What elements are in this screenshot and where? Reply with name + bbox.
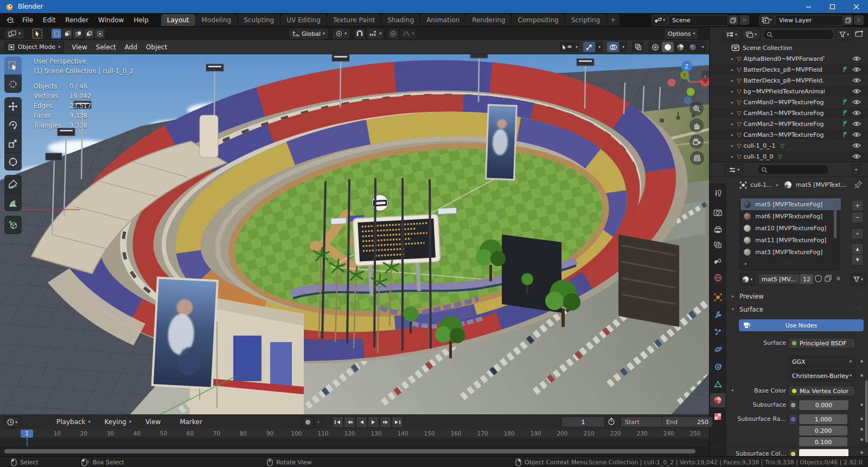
workspace-tab[interactable]: Compositing (512, 14, 564, 26)
material-users-count[interactable]: 12 (800, 274, 814, 285)
gizmo-z-neg[interactable] (684, 97, 692, 105)
options-dropdown[interactable]: Options ▾ (664, 28, 699, 40)
play-button[interactable] (368, 416, 379, 428)
scene-name-field[interactable]: Scene (668, 15, 728, 26)
animate-dot[interactable] (860, 418, 863, 420)
breadcrumb-object[interactable]: cull-1... (750, 181, 773, 188)
shading-solid-button[interactable] (662, 42, 674, 52)
view-layer-remove-button[interactable]: × (854, 15, 864, 25)
jump-to-start-button[interactable] (332, 416, 343, 428)
outliner-row[interactable]: ▸ ▽ bg~MVPFieldTextureAnimation ▽ (710, 86, 868, 97)
add-cube-tool[interactable] (4, 216, 22, 234)
blender-menu-logo-icon[interactable]: ▾ (5, 16, 14, 24)
timeline-menu-item[interactable]: Keying▾ (105, 418, 131, 426)
menu-item[interactable]: Render (60, 14, 93, 26)
viewport-menu-item[interactable]: Object (142, 42, 171, 53)
outliner-row[interactable]: ▸ ▽ CamMan2~MVPTextureFog ▽ (710, 118, 868, 129)
animate-dot[interactable] (860, 451, 863, 454)
prev-keyframe-button[interactable] (344, 416, 355, 428)
expand-icon[interactable]: ▸ (729, 100, 736, 105)
properties-search-input[interactable] (757, 165, 829, 175)
hide-eye-icon[interactable] (852, 132, 861, 137)
viewport-menu-item[interactable]: Select (92, 42, 120, 53)
close-button[interactable] (844, 0, 868, 13)
material-name-field[interactable]: mat5 [MV... (758, 274, 801, 285)
tab-physics[interactable] (710, 342, 725, 356)
select-mode-new-button[interactable] (52, 29, 61, 39)
outliner-row[interactable]: ▸ ▽ CamMan3~MVPTextureFog ▽ (710, 129, 868, 140)
shading-material-button[interactable] (674, 42, 686, 52)
subsurface-radius-socket[interactable] (788, 414, 798, 425)
tab-output[interactable] (710, 223, 725, 237)
expand-icon[interactable]: ▸ (729, 154, 736, 159)
expand-icon[interactable]: ▸ (729, 78, 736, 83)
pivot-point-dropdown[interactable]: ▾ (332, 28, 350, 40)
outliner-row[interactable]: ▸ ▽ CamMan0~MVPTextureFog ▽ (710, 97, 868, 108)
tab-modifiers[interactable] (710, 307, 725, 321)
surface-panel-header[interactable]: ▾ Surface :::: (725, 303, 868, 316)
view-layer-copy-button[interactable] (843, 15, 853, 25)
timeline-ruler[interactable]: 1020304050607080901001101201301401501601… (0, 429, 709, 446)
tab-tool[interactable] (710, 186, 725, 200)
gizmos-dropdown[interactable]: ▾ (596, 42, 603, 52)
panel-grip[interactable]: :::: (854, 306, 863, 311)
current-frame-marker[interactable]: 1 (21, 430, 33, 438)
shading-dropdown[interactable]: ▾ (699, 42, 706, 52)
scene-unlink-button[interactable]: × (739, 15, 749, 25)
tab-scene[interactable] (710, 254, 725, 268)
new-collection-button[interactable] (855, 29, 864, 37)
list-scrollbar[interactable] (834, 200, 837, 238)
view-layer-name-field[interactable]: View Layer (775, 15, 843, 26)
stopwatch-icon[interactable] (608, 418, 615, 425)
panel-grip[interactable]: :::: (854, 293, 863, 298)
hide-eye-icon[interactable] (852, 154, 861, 159)
gizmo-y-axis[interactable]: Y (680, 71, 689, 79)
hide-eye-icon[interactable] (852, 110, 861, 116)
scene-copy-button[interactable] (729, 15, 738, 25)
overlays-toggle[interactable] (607, 42, 619, 52)
perspective-toggle-button[interactable] (690, 151, 704, 165)
workspace-tab[interactable]: Shading (381, 14, 420, 26)
properties-options-dropdown[interactable]: ▾ (852, 164, 860, 175)
hide-eye-icon[interactable] (852, 56, 861, 61)
expand-icon[interactable]: ▸ (729, 67, 736, 72)
material-browse-dropdown[interactable]: ▾ (740, 274, 755, 285)
proportional-editing-toggle[interactable] (387, 28, 399, 40)
outliner-root-row[interactable]: Scene Collection (710, 42, 868, 53)
gizmo-z-axis[interactable]: Z (681, 61, 692, 72)
outliner-row[interactable]: ▸ ▽ cull-1_0_0 ▽ (710, 151, 868, 162)
hide-eye-icon[interactable] (852, 99, 861, 105)
menu-item[interactable]: Edit (38, 14, 60, 26)
snap-toggle[interactable] (354, 28, 366, 40)
move-tool[interactable] (4, 97, 22, 116)
list-expand-icon[interactable]: ▸ (743, 261, 749, 266)
unlink-material-icon[interactable]: × (835, 274, 841, 282)
outliner-editor-type-dropdown[interactable]: ▾ (723, 29, 741, 40)
expand-icon[interactable]: ▸ (729, 56, 736, 61)
measure-tool[interactable] (4, 193, 22, 211)
workspace-tab[interactable]: Animation (420, 14, 465, 26)
material-slot-row[interactable]: mat3 [MVPTextureFog] (741, 246, 841, 258)
pin-icon[interactable] (854, 180, 863, 188)
pan-hand-button[interactable] (690, 118, 704, 132)
3d-viewport[interactable]: Object Mode ▾ ViewSelectAddObject ▾ ▾ ▾ (0, 40, 709, 414)
hide-eye-icon[interactable] (852, 89, 861, 94)
tab-constraints[interactable] (710, 359, 725, 374)
current-frame-field[interactable]: 1 (561, 416, 605, 427)
select-mode-intersect-button[interactable] (95, 29, 105, 39)
minimize-button[interactable] (796, 0, 820, 13)
radius-value-slider[interactable]: 0.100 (799, 437, 848, 447)
material-slot-row[interactable]: mat10 [MVPTextureFog] (741, 222, 841, 234)
expand-icon[interactable]: ▸ (729, 143, 736, 148)
hide-eye-icon[interactable] (852, 78, 861, 83)
select-mode-subtract-button[interactable] (73, 29, 83, 39)
material-slot-row[interactable]: mat5 [MVPTextureFog] (741, 198, 841, 210)
maximize-button[interactable] (820, 0, 844, 13)
preview-panel-header[interactable]: ▸ Preview :::: (725, 290, 868, 303)
expand-icon[interactable]: ▸ (729, 111, 736, 116)
outliner-display-mode-dropdown[interactable]: ▾ (742, 29, 761, 40)
outliner-row[interactable]: ▸ ▽ AlphaBlend0~MVPForwardTextu ▽ (710, 53, 868, 64)
mode-dropdown[interactable]: Object Mode ▾ (4, 41, 64, 53)
workspace-tab[interactable]: Scripting (565, 14, 606, 26)
tab-object-data[interactable] (710, 377, 725, 391)
